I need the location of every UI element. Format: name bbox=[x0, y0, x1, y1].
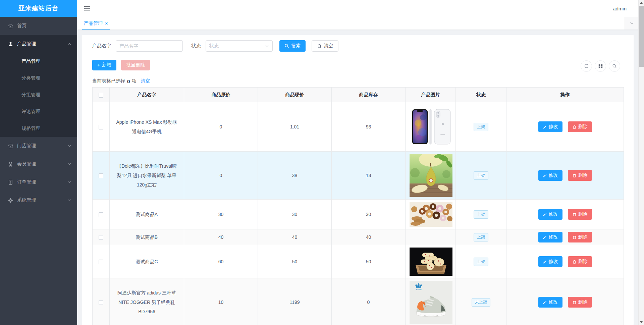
product-image-cell bbox=[406, 200, 456, 229]
row-checkbox[interactable] bbox=[99, 212, 103, 217]
sidebar-item-product-management[interactable]: 产品管理 bbox=[0, 35, 77, 53]
delete-button[interactable]: 删除 bbox=[568, 121, 592, 132]
stock: 13 bbox=[332, 152, 406, 200]
zoom-button[interactable] bbox=[609, 60, 620, 72]
scroll-down-button[interactable] bbox=[639, 320, 644, 325]
row-checkbox[interactable] bbox=[99, 300, 103, 305]
row-checkbox[interactable] bbox=[99, 173, 103, 178]
edit-button-label: 修改 bbox=[549, 299, 558, 305]
product-table: 产品名字 商品原价 商品现价 商品库存 产品图片 状态 操作 Apple iPh… bbox=[92, 87, 624, 325]
table-body: Apple iPhone XS Max 移动联通电信4G手机 0 1.01 93… bbox=[93, 102, 624, 325]
edit-button-label: 修改 bbox=[549, 211, 558, 217]
sub-item-label: 分类管理 bbox=[21, 75, 40, 81]
current-price: 40 bbox=[258, 229, 332, 245]
current-price: 1.01 bbox=[258, 102, 332, 152]
sidebar-item-member-management[interactable]: 会员管理 bbox=[0, 155, 77, 173]
scroll-up-button[interactable] bbox=[639, 0, 644, 5]
product-name: 测试商品A bbox=[110, 200, 184, 229]
delete-button-label: 删除 bbox=[578, 172, 588, 178]
chevron-down-icon bbox=[67, 162, 72, 166]
sidebar-subitem-category-management[interactable]: 分类管理 bbox=[0, 70, 77, 87]
edit-button[interactable]: 修改 bbox=[538, 232, 562, 242]
edit-button[interactable]: 修改 bbox=[538, 209, 562, 220]
selection-count: 0 bbox=[127, 78, 130, 84]
edit-button[interactable]: 修改 bbox=[538, 121, 562, 132]
table-tools bbox=[581, 60, 620, 72]
row-checkbox[interactable] bbox=[99, 235, 103, 240]
current-price: 30 bbox=[258, 200, 332, 229]
tab-close-icon[interactable]: × bbox=[105, 21, 108, 26]
user-icon bbox=[7, 41, 14, 47]
refresh-icon bbox=[584, 64, 589, 69]
sidebar-item-store-management[interactable]: 门店管理 bbox=[0, 137, 77, 155]
delete-button-label: 删除 bbox=[578, 234, 588, 240]
user-menu[interactable]: admin bbox=[613, 6, 627, 11]
sidebar-subitem-spec-management[interactable]: 规格管理 bbox=[0, 120, 77, 137]
tab-product-management[interactable]: 产品管理 × bbox=[82, 17, 110, 30]
search-button[interactable]: 搜索 bbox=[279, 40, 306, 52]
trash-icon bbox=[572, 212, 577, 217]
delete-button-label: 删除 bbox=[578, 124, 588, 130]
product-name-input[interactable] bbox=[116, 40, 183, 52]
add-button[interactable]: + 新增 bbox=[92, 60, 116, 70]
delete-button[interactable]: 删除 bbox=[568, 297, 592, 308]
clear-button-label: 清空 bbox=[324, 43, 333, 49]
plus-icon: + bbox=[97, 62, 100, 68]
delete-button[interactable]: 删除 bbox=[568, 209, 592, 220]
hamburger-menu-icon[interactable] bbox=[84, 6, 91, 11]
content-area: 产品名字 状态 状态 bbox=[77, 30, 644, 325]
sub-item-label: 规格管理 bbox=[21, 125, 40, 131]
grid-icon bbox=[598, 64, 603, 68]
batch-delete-button[interactable]: 批量删除 bbox=[121, 60, 150, 70]
scrollbar-thumb[interactable] bbox=[639, 6, 644, 67]
sidebar-item-order-management[interactable]: 订单管理 bbox=[0, 173, 77, 191]
pencil-icon bbox=[543, 260, 547, 264]
sidebar-group-products: 产品管理 产品管理 分类管理 分组管理 评论管理 规格管理 bbox=[0, 35, 77, 137]
column-header: 商品现价 bbox=[258, 88, 332, 102]
main-area: admin 产品管理 × 产品名字 状态 状态 bbox=[77, 0, 644, 325]
sidebar-item-system-management[interactable]: 系统管理 bbox=[0, 191, 77, 209]
trash-icon bbox=[572, 235, 577, 239]
status-select[interactable]: 状态 bbox=[206, 40, 273, 52]
row-checkbox[interactable] bbox=[99, 260, 103, 264]
delete-button[interactable]: 删除 bbox=[568, 170, 592, 181]
sidebar-subitem-product-management[interactable]: 产品管理 bbox=[0, 53, 77, 70]
sidebar-subitem-group-management[interactable]: 分组管理 bbox=[0, 87, 77, 103]
columns-button[interactable] bbox=[595, 60, 606, 72]
delete-button-label: 删除 bbox=[578, 259, 588, 265]
refresh-button[interactable] bbox=[581, 60, 592, 72]
product-image-cell bbox=[406, 229, 456, 245]
delete-button[interactable]: 删除 bbox=[568, 232, 592, 242]
gear-icon bbox=[7, 197, 14, 204]
clear-button[interactable]: 清空 bbox=[312, 40, 338, 52]
status-label: 状态 bbox=[192, 43, 201, 49]
product-image-shoe: adidas bbox=[410, 281, 452, 324]
column-header: 商品原价 bbox=[184, 88, 258, 102]
product-image-cell: adidas bbox=[406, 278, 456, 325]
column-header: 操作 bbox=[506, 88, 624, 102]
sidebar-item-label: 首页 bbox=[17, 23, 26, 29]
delete-button[interactable]: 删除 bbox=[568, 256, 592, 267]
delete-button-label: 删除 bbox=[578, 211, 588, 217]
stock: 93 bbox=[332, 102, 406, 152]
table-row: Apple iPhone XS Max 移动联通电信4G手机 0 1.01 93… bbox=[93, 102, 624, 152]
vertical-scrollbar[interactable] bbox=[638, 0, 644, 325]
order-icon bbox=[7, 179, 14, 185]
edit-button[interactable]: 修改 bbox=[538, 297, 562, 308]
sub-item-label: 分组管理 bbox=[21, 92, 40, 98]
pencil-icon bbox=[543, 125, 547, 129]
row-checkbox[interactable] bbox=[99, 125, 103, 129]
edit-button-label: 修改 bbox=[549, 124, 558, 130]
selection-clear-link[interactable]: 清空 bbox=[141, 78, 150, 84]
product-name: 【Dole都乐】比利时Truval啤梨12只 进口水果新鲜梨 单果120g左右 bbox=[110, 152, 184, 200]
edit-button[interactable]: 修改 bbox=[538, 256, 562, 267]
sidebar-subitem-comment-management[interactable]: 评论管理 bbox=[0, 103, 77, 120]
edit-button[interactable]: 修改 bbox=[538, 170, 562, 181]
sidebar-item-home[interactable]: 首页 bbox=[0, 17, 77, 35]
edit-button-label: 修改 bbox=[549, 259, 558, 265]
select-all-checkbox[interactable] bbox=[99, 93, 103, 98]
column-header: 状态 bbox=[456, 88, 506, 102]
trash-icon bbox=[572, 300, 577, 305]
tab-list-dropdown-button[interactable] bbox=[625, 17, 639, 30]
sidebar-item-label: 系统管理 bbox=[17, 197, 36, 203]
